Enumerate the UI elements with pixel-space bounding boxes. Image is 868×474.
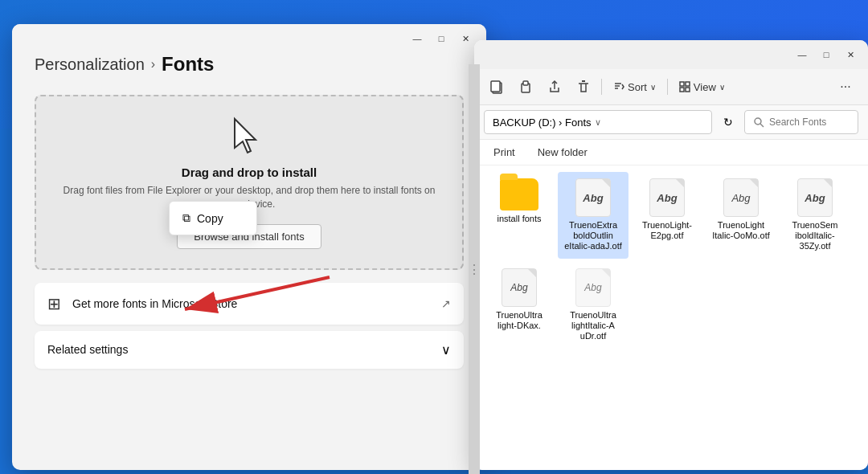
settings-content: Personalization › Fonts Drag and drop to… xyxy=(12,53,486,385)
file-item-folder[interactable]: install fonts xyxy=(484,172,555,259)
context-menu-copy[interactable]: ⧉ Copy xyxy=(170,205,256,231)
file-item-2[interactable]: Abg TruenoLight-E2pg.otf xyxy=(632,172,702,259)
explorer-close-button[interactable]: ✕ xyxy=(839,46,862,63)
file-name-1: TruenoExtra​boldOutlin​eItalic-adaJ.otf xyxy=(561,220,625,252)
settings-titlebar: — □ ✕ xyxy=(12,24,486,53)
copy-label: Copy xyxy=(197,212,223,225)
file-item-4[interactable]: Abg TruenoSem​iboldItalic-​35Zy.otf xyxy=(780,172,850,259)
file-name-6: TruenoUltra​lightItalic-A​uDr.otf xyxy=(561,310,625,342)
search-input[interactable] xyxy=(769,116,850,128)
explorer-titlebar: — □ ✕ xyxy=(474,40,868,69)
view-icon xyxy=(679,81,690,92)
svg-rect-6 xyxy=(523,81,528,85)
file-name-2: TruenoLight-E2pg.otf xyxy=(635,220,699,241)
ms-store-icon: ⊞ xyxy=(47,294,61,313)
svg-rect-13 xyxy=(686,82,690,86)
svg-rect-12 xyxy=(680,82,684,86)
explorer-window: — □ ✕ xyxy=(474,40,868,470)
svg-rect-15 xyxy=(686,88,690,92)
address-refresh-button[interactable]: ↻ xyxy=(717,111,739,133)
otf-icon-2: Abg xyxy=(649,178,685,217)
toolbar-paste-button[interactable] xyxy=(513,74,538,100)
explorer-minimize-button[interactable]: — xyxy=(791,46,813,63)
ms-store-label: Get more fonts in Microsoft Store xyxy=(72,297,430,310)
breadcrumb-separator: › xyxy=(151,57,155,72)
file-name-4: TruenoSem​iboldItalic-​35Zy.otf xyxy=(783,220,847,252)
svg-rect-14 xyxy=(680,88,684,92)
sort-icon xyxy=(613,81,624,92)
minimize-button[interactable]: — xyxy=(406,30,428,47)
ms-store-external-icon: ↗ xyxy=(441,297,451,310)
svg-point-16 xyxy=(755,118,761,125)
close-button[interactable]: ✕ xyxy=(454,30,477,47)
svg-marker-0 xyxy=(235,119,256,153)
toolbar-share-button[interactable] xyxy=(542,74,567,100)
copy-icon xyxy=(489,80,504,94)
print-button[interactable]: Print xyxy=(484,143,525,161)
explorer-title-buttons: — □ ✕ xyxy=(791,46,862,63)
sort-label: Sort xyxy=(628,81,647,93)
explorer-addressbar: BACKUP (D:) › Fonts ∨ ↻ xyxy=(474,105,868,140)
file-item-3[interactable]: Abg TruenoLight​Italic-OoM​o.otf xyxy=(706,172,776,259)
toolbar-separator xyxy=(601,79,602,95)
file-grid: install fonts Abg TruenoExtra​boldOutlin… xyxy=(474,165,868,470)
drop-zone[interactable]: Drag and drop to install Drag font files… xyxy=(35,95,464,270)
breadcrumb: Personalization › Fonts xyxy=(35,53,464,76)
toolbar-delete-button[interactable] xyxy=(571,74,596,100)
file-item-6[interactable]: Abg TruenoUltra​lightItalic-A​uDr.otf xyxy=(558,262,628,349)
context-menu: ⧉ Copy xyxy=(169,201,257,235)
file-name: install fonts xyxy=(497,214,541,224)
search-icon xyxy=(753,116,764,128)
toolbar-sort-button[interactable]: Sort ∨ xyxy=(607,78,662,96)
folder-icon xyxy=(500,178,538,210)
delete-icon xyxy=(576,80,591,94)
otf-icon-4: Abg xyxy=(797,178,833,217)
otf-icon-5: Abg xyxy=(502,268,537,307)
otf-icon-3: Abg xyxy=(723,178,759,217)
paste-icon xyxy=(518,80,533,94)
otf-icon-1: Abg xyxy=(575,178,611,217)
title-buttons: — □ ✕ xyxy=(406,30,477,47)
toolbar-copy-button[interactable] xyxy=(484,74,510,100)
address-chevron: ∨ xyxy=(595,117,601,128)
more-dots: ··· xyxy=(840,80,850,94)
svg-rect-4 xyxy=(491,81,500,92)
address-search[interactable] xyxy=(744,110,858,134)
toolbar-more-button[interactable]: ··· xyxy=(833,74,858,100)
related-settings-chevron: ∨ xyxy=(441,342,451,358)
related-settings-label: Related settings xyxy=(47,343,441,356)
maximize-button[interactable]: □ xyxy=(430,30,452,47)
cursor-icon xyxy=(227,116,272,161)
toolbar-separator-2 xyxy=(667,79,668,95)
file-item-5[interactable]: Abg TruenoUltra​light-DKax. xyxy=(484,262,555,349)
address-path[interactable]: BACKUP (D:) › Fonts ∨ xyxy=(484,110,712,134)
resize-handle[interactable] xyxy=(469,64,480,474)
new-folder-button[interactable]: New folder xyxy=(528,143,597,161)
address-path-text: BACKUP (D:) › Fonts xyxy=(493,116,592,129)
toolbar-view-button[interactable]: View ∨ xyxy=(673,78,731,96)
breadcrumb-current: Fonts xyxy=(162,53,214,76)
sort-chevron: ∨ xyxy=(650,83,656,92)
explorer-toolbar: Sort ∨ View ∨ ··· xyxy=(474,69,868,105)
drop-zone-title: Drag and drop to install xyxy=(182,165,317,179)
explorer-actionbar: Print New folder xyxy=(474,140,868,165)
svg-line-17 xyxy=(760,124,764,127)
ms-store-row[interactable]: ⊞ Get more fonts in Microsoft Store ↗ xyxy=(35,283,464,325)
view-label: View xyxy=(694,81,716,93)
copy-icon: ⧉ xyxy=(182,211,190,225)
breadcrumb-parent[interactable]: Personalization xyxy=(35,55,145,74)
file-name-5: TruenoUltra​light-DKax. xyxy=(487,310,551,331)
related-settings-row[interactable]: Related settings ∨ xyxy=(35,331,464,369)
settings-window: — □ ✕ Personalization › Fonts Drag and d… xyxy=(12,24,486,470)
file-item-1[interactable]: Abg TruenoExtra​boldOutlin​eItalic-adaJ.… xyxy=(558,172,628,259)
explorer-maximize-button[interactable]: □ xyxy=(815,46,837,63)
otf-icon-6: Abg xyxy=(575,268,611,307)
share-icon xyxy=(547,80,562,94)
file-name-3: TruenoLight​Italic-OoM​o.otf xyxy=(709,220,773,241)
view-chevron: ∨ xyxy=(719,83,725,92)
